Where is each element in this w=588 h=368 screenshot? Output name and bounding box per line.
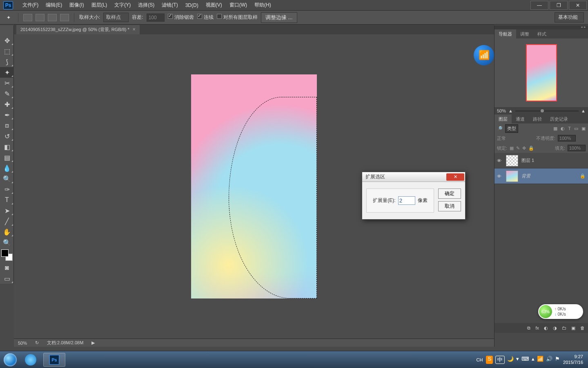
tray-expand-icon[interactable]: ▴ <box>532 356 535 364</box>
healing-brush-tool-icon[interactable]: ✚ <box>0 99 14 110</box>
hand-tool-icon[interactable]: ✋ <box>0 227 14 237</box>
fx-icon[interactable]: fx <box>535 325 539 330</box>
workspace-selector[interactable]: 基本功能 <box>555 12 584 22</box>
dialog-titlebar[interactable]: 扩展选区 ✕ <box>362 172 465 182</box>
pen-tool-icon[interactable]: ✑ <box>0 184 14 195</box>
blur-tool-icon[interactable]: 💧 <box>0 163 14 173</box>
trash-icon[interactable]: 🗑 <box>580 325 585 330</box>
taskbar-app-photoshop[interactable]: Ps <box>43 353 65 367</box>
filter-adjust-icon[interactable]: ◐ <box>561 126 565 131</box>
network-icon[interactable]: 📶 <box>537 356 543 364</box>
quickmask-icon[interactable]: ◙ <box>0 263 14 273</box>
navigator-thumb[interactable] <box>526 44 557 101</box>
visibility-icon[interactable]: 👁 <box>497 174 503 179</box>
dodge-tool-icon[interactable]: 🔍 <box>0 173 14 184</box>
tab-paths[interactable]: 路径 <box>529 114 546 123</box>
filter-type-icon[interactable]: T <box>568 126 571 131</box>
mask-icon[interactable]: ◐ <box>544 325 548 331</box>
lock-pixels-icon[interactable]: ▦ <box>510 146 514 151</box>
minimize-button[interactable]: — <box>530 1 548 10</box>
collapse-panels-icon[interactable]: « » <box>494 25 588 29</box>
menu-filter[interactable]: 滤镜(T) <box>158 2 181 9</box>
zoom-out-icon[interactable]: ▲ <box>508 108 513 113</box>
maximize-button[interactable]: ❐ <box>550 1 568 10</box>
tab-navigator[interactable]: 导航器 <box>494 29 516 38</box>
color-swatch[interactable] <box>1 249 13 261</box>
tab-layers[interactable]: 图层 <box>494 114 512 123</box>
sample-size-select[interactable]: 取样点 <box>103 13 129 22</box>
network-speed-widget[interactable]: 63% ↑ 0K/s ↓ 0K/s <box>538 304 583 319</box>
opacity-input[interactable]: 100% <box>558 135 576 141</box>
screen-mode-icon[interactable]: ▭ <box>0 273 14 284</box>
lock-position-icon[interactable]: ✥ <box>522 146 526 151</box>
layer-name[interactable]: 图层 1 <box>521 157 534 164</box>
layer-row[interactable]: 👁 图层 1 <box>494 153 588 168</box>
flyout-icon[interactable]: ▶ <box>91 340 95 346</box>
menu-help[interactable]: 帮助(H) <box>251 2 275 9</box>
ime-lang-icon[interactable]: 中 <box>495 356 505 364</box>
contiguous-checkbox[interactable]: 连续 <box>197 14 214 21</box>
down-arrow-icon[interactable]: ▾ <box>516 356 519 364</box>
taskbar-app-browser[interactable] <box>20 353 42 367</box>
menu-3d[interactable]: 3D(D) <box>182 2 202 8</box>
crop-tool-icon[interactable]: ✂ <box>0 78 14 88</box>
filter-type-select[interactable]: 类型 <box>505 124 518 133</box>
flag-icon[interactable]: ⚑ <box>555 356 560 364</box>
brush-tool-icon[interactable]: ✒ <box>0 110 14 120</box>
moon-icon[interactable]: 🌙 <box>507 356 514 364</box>
zoom-tool-icon[interactable]: 🔍 <box>0 237 14 248</box>
visibility-icon[interactable]: 👁 <box>497 158 503 163</box>
filter-pixel-icon[interactable]: ▦ <box>553 126 557 131</box>
start-button[interactable] <box>2 351 19 368</box>
search-icon[interactable]: 🔎 <box>497 126 503 131</box>
expand-amount-input[interactable] <box>398 196 415 205</box>
dialog-close-button[interactable]: ✕ <box>446 173 464 181</box>
cancel-button[interactable]: 取消 <box>438 201 461 211</box>
navigator-zoom-slider[interactable] <box>515 110 579 112</box>
menu-type[interactable]: 文字(Y) <box>111 2 134 9</box>
fill-input[interactable]: 100% <box>568 145 586 151</box>
menu-select[interactable]: 选择(S) <box>134 2 158 9</box>
sogou-ime-icon[interactable]: S <box>486 356 493 364</box>
menu-image[interactable]: 图像(I) <box>66 2 87 9</box>
tolerance-input[interactable]: 100 <box>147 13 165 22</box>
menu-layer[interactable]: 图层(L) <box>88 2 111 9</box>
filter-shape-icon[interactable]: ▭ <box>574 126 578 131</box>
layer-thumb[interactable] <box>506 171 518 182</box>
lasso-tool-icon[interactable]: ⟆ <box>0 56 14 67</box>
marquee-tool-icon[interactable]: ⬚ <box>0 46 14 56</box>
tab-adjustments[interactable]: 调整 <box>516 29 533 38</box>
magic-wand-tool-icon[interactable]: ✦ <box>0 67 14 78</box>
eraser-tool-icon[interactable]: ◧ <box>0 141 14 152</box>
new-layer-icon[interactable]: ▣ <box>571 325 575 331</box>
keyboard-icon[interactable]: ⌨ <box>521 356 529 364</box>
refine-edge-button[interactable]: 调整边缘 ... <box>261 12 297 23</box>
layer-thumb[interactable] <box>506 155 518 166</box>
selection-add-icon[interactable] <box>36 14 45 21</box>
history-brush-tool-icon[interactable]: ↺ <box>0 131 14 141</box>
volume-icon[interactable]: 🔊 <box>546 356 552 364</box>
menu-window[interactable]: 窗口(W) <box>226 2 251 9</box>
eyedropper-tool-icon[interactable]: ✎ <box>0 88 14 99</box>
lock-all-icon[interactable]: 🔒 <box>528 146 534 151</box>
line-tool-icon[interactable]: ╱ <box>0 216 14 227</box>
adjustment-icon[interactable]: ◑ <box>553 325 557 331</box>
move-tool-icon[interactable]: ✥ <box>0 35 14 46</box>
taskbar-clock[interactable]: 9:27 2015/7/16 <box>563 354 583 365</box>
tab-styles[interactable]: 样式 <box>533 29 550 38</box>
tab-channels[interactable]: 通道 <box>512 114 529 123</box>
menu-view[interactable]: 视图(V) <box>202 2 226 9</box>
refresh-icon[interactable]: ↻ <box>35 340 39 346</box>
lock-brush-icon[interactable]: ✎ <box>516 146 520 151</box>
group-icon[interactable]: 🗀 <box>562 325 566 330</box>
gradient-tool-icon[interactable]: ▤ <box>0 152 14 163</box>
menu-file[interactable]: 文件(F) <box>19 2 42 9</box>
layer-row[interactable]: 👁 背景 🔒 <box>494 168 588 184</box>
zoom-in-icon[interactable]: ▲ <box>581 108 586 113</box>
layer-name[interactable]: 背景 <box>521 173 530 179</box>
tab-history[interactable]: 历史记录 <box>546 114 572 123</box>
blend-mode-select[interactable]: 正常 <box>497 135 534 141</box>
link-layers-icon[interactable]: ⧉ <box>527 325 530 331</box>
zoom-value[interactable]: 50% <box>18 341 27 346</box>
close-tab-icon[interactable]: × <box>133 27 136 32</box>
